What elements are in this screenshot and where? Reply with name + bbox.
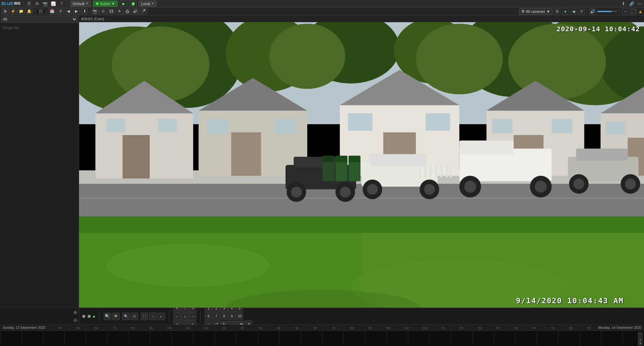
timeline-hour-9a: 9a <box>142 326 160 330</box>
location-arrow: ▼ <box>151 2 154 5</box>
status-arrow: ▼ <box>111 2 115 6</box>
timeline-hour-8p: 8p <box>343 326 361 330</box>
timeline-area: Sunday, 13 September 2020 4a5a6a7a8a9a10… <box>0 324 644 346</box>
link-icon[interactable]: 🔗 <box>629 1 635 7</box>
num-6[interactable]: 6 <box>205 312 212 320</box>
pwr-btn[interactable]: ⏻ <box>124 8 131 15</box>
zoom-out-btn[interactable]: 🔍 <box>122 313 130 320</box>
bell-button[interactable]: 🔔 <box>26 8 33 15</box>
down-button[interactable]: ⬇ <box>81 8 88 15</box>
tick-22 <box>472 331 473 346</box>
timeline-hour-9a: 9a <box>580 326 598 330</box>
tick-20 <box>429 331 430 346</box>
center-btn[interactable]: ⊙ <box>131 313 138 320</box>
expand-cam-icon[interactable]: ↔ <box>622 8 629 15</box>
tl-ticks <box>0 331 644 346</box>
zoom-in-sidebar[interactable]: ⊕ <box>73 310 77 315</box>
video-frame[interactable]: 2020-09-14 10:04:42 9/14/2020 10:04:43 A… <box>79 22 644 308</box>
fit-btn[interactable]: ⛶ <box>141 313 148 320</box>
svg-rect-68 <box>323 156 334 162</box>
num-7[interactable]: 7 <box>212 312 220 320</box>
status-button[interactable]: Active ▼ <box>93 1 118 7</box>
svg-rect-87 <box>449 164 451 177</box>
record-cam-icon[interactable]: ● <box>562 8 569 15</box>
download-icon[interactable]: ⬇ <box>620 1 626 7</box>
timeline-hour-12p: 12p <box>197 326 215 330</box>
lightning-button[interactable]: ⚡ <box>9 8 17 15</box>
num-10[interactable]: 10 <box>236 312 243 320</box>
svg-rect-30 <box>426 113 450 131</box>
graph-icon[interactable]: 📈 <box>50 1 57 7</box>
zoom-out-sidebar[interactable]: ⊖ <box>73 317 77 323</box>
dropdown-arrow: ▼ <box>86 2 89 5</box>
timeline-hours-container: 4a5a6a7a8a9a10a11a12p1p2p3p4p5p6p7p8p9p1… <box>51 326 598 330</box>
refresh-button[interactable]: ↺ <box>57 8 64 15</box>
play-button[interactable]: ▶ <box>120 1 127 7</box>
film-btn[interactable]: 🎞 <box>107 8 115 15</box>
tick-24 <box>515 331 515 346</box>
camera-list: Empty list. <box>0 23 79 308</box>
mic-btn[interactable]: 🎤 <box>140 8 147 15</box>
minimize-icon[interactable]: — <box>637 1 643 7</box>
svg-point-10 <box>269 24 345 89</box>
tick-15 <box>322 331 323 346</box>
camera-scene <box>79 22 644 308</box>
record-button[interactable]: ⬤ <box>129 1 137 7</box>
nav-r[interactable]: → <box>189 313 196 320</box>
fullscreen-cam-icon[interactable]: ⛶ <box>630 8 637 15</box>
grid-button[interactable]: ⊞ <box>1 8 9 15</box>
settings-icon[interactable]: ⚙ <box>34 1 40 7</box>
zoom-controls2: 🔍 ⊙ <box>122 313 138 320</box>
refresh-cam-icon[interactable]: ↺ <box>578 8 585 15</box>
ptz-btn[interactable]: ✛ <box>115 8 123 15</box>
fit2-btn[interactable]: ↕ <box>149 313 157 320</box>
timeline-hour-6p: 6p <box>306 326 324 330</box>
vol-btn[interactable]: 🔊 <box>132 8 139 15</box>
num-9[interactable]: 9 <box>228 312 235 320</box>
timeline-track[interactable]: ▲ ▼ <box>0 331 644 346</box>
location-dropdown[interactable]: Local ▼ <box>139 1 156 7</box>
svg-rect-41 <box>606 122 625 135</box>
svg-rect-86 <box>446 164 448 177</box>
fit3-btn[interactable]: ↙ <box>158 313 165 320</box>
prev-button[interactable]: ◀ <box>65 8 72 15</box>
nav-home[interactable]: ⌂ <box>181 313 189 320</box>
cameras-icon[interactable]: 📷 <box>42 1 48 7</box>
svg-rect-23 <box>231 132 261 176</box>
target-btn[interactable]: ⊙ <box>99 8 107 15</box>
svg-point-48 <box>340 187 350 198</box>
tick-8 <box>172 331 172 346</box>
timeline-scroll-btn[interactable]: ▲ ▼ <box>638 332 643 346</box>
svg-point-64 <box>573 178 584 189</box>
num-8[interactable]: 8 <box>220 312 228 320</box>
svg-rect-72 <box>348 156 360 162</box>
zoom-in-btn[interactable]: 🔍 <box>104 313 111 320</box>
nav-l[interactable]: ← <box>173 313 181 320</box>
camera-btn[interactable]: 📷 <box>91 8 99 15</box>
volume-slider[interactable] <box>597 11 617 12</box>
zoom-eye-btn[interactable]: 👁 <box>112 313 120 320</box>
timeline-monday: Monday, 14 September 2020 <box>598 326 641 330</box>
next-button[interactable]: ▶ <box>73 8 80 15</box>
filter-select[interactable]: All Active Alerts Motion <box>1 16 77 22</box>
help-icon[interactable]: ? <box>59 1 65 7</box>
profile-dropdown[interactable]: Default ▼ <box>70 1 91 7</box>
settings-cam-icon[interactable]: ⚙ <box>554 8 561 15</box>
timeline-hour-11p: 11p <box>397 326 415 330</box>
main-layout: All Active Alerts Motion Empty list. ⊕ ⊖… <box>0 15 644 324</box>
svg-rect-29 <box>348 113 373 131</box>
tick-1 <box>22 331 22 346</box>
all-cameras-dropdown[interactable]: ⊞ All cameras ▼ <box>519 8 552 15</box>
folder-button[interactable]: 📁 <box>18 8 25 15</box>
vol-cam-icon[interactable]: 🔊 <box>589 8 596 15</box>
empty-list-label: Empty list. <box>1 24 77 31</box>
svg-point-66 <box>625 178 636 189</box>
menu-icon[interactable]: ☰ <box>26 1 32 7</box>
back-cam-icon[interactable]: ◀ <box>570 8 577 15</box>
svg-rect-56 <box>459 140 513 154</box>
snowflake2-icon: ✱ <box>87 314 91 319</box>
svg-rect-36 <box>492 119 512 133</box>
svg-rect-74 <box>79 216 644 233</box>
svg-point-46 <box>291 187 302 198</box>
calendar-button[interactable]: 📅 <box>48 8 56 15</box>
